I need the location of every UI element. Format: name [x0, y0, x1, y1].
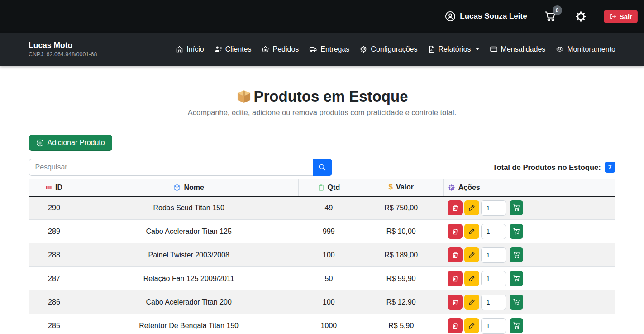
top-bar: Lucas Souza Leite 0 Sair — [0, 0, 644, 33]
logout-button[interactable]: Sair — [604, 10, 638, 23]
table-row: 288 Painel Twister 2003/2008 100 R$ 189,… — [29, 243, 615, 267]
add-to-cart-button[interactable] — [510, 271, 523, 286]
nav-item-monitoramento[interactable]: Monitoramento — [556, 45, 615, 53]
plus-circle-icon — [36, 139, 44, 147]
pencil-icon — [468, 322, 475, 329]
product-name: Rodas Scud Titan 150 — [79, 196, 299, 220]
edit-button[interactable] — [464, 200, 479, 215]
product-actions — [443, 290, 615, 314]
product-actions — [443, 267, 615, 290]
pencil-icon — [468, 275, 475, 282]
gear-icon — [575, 11, 587, 22]
product-id: 285 — [29, 314, 79, 334]
logout-label: Sair — [620, 13, 632, 20]
cart-plus-icon — [513, 228, 520, 235]
product-qty: 50 — [298, 267, 359, 290]
cart-plus-icon — [513, 275, 520, 282]
cart-plus-icon — [513, 251, 520, 259]
product-id: 288 — [29, 243, 79, 267]
delete-button[interactable] — [448, 200, 463, 215]
add-to-cart-button[interactable] — [510, 200, 523, 215]
total-products: Total de Produtos no Estoque: 7 — [493, 162, 615, 173]
delete-button[interactable] — [448, 295, 463, 310]
basket-icon — [262, 45, 269, 53]
nav-items: Início Clientes Pedidos — [176, 45, 615, 53]
trash-icon — [452, 228, 459, 235]
person-lines-icon — [215, 45, 222, 53]
cart-plus-icon — [513, 204, 520, 212]
cart-quantity-input[interactable] — [481, 200, 506, 216]
product-actions — [443, 243, 615, 267]
user-chip[interactable]: Lucas Souza Leite — [445, 11, 527, 22]
product-name: Cabo Acelerador Titan 200 — [79, 290, 299, 314]
cart-quantity-input[interactable] — [481, 295, 506, 310]
cart-quantity-input[interactable] — [481, 247, 506, 263]
edit-button[interactable] — [464, 295, 479, 310]
edit-button[interactable] — [464, 318, 479, 333]
box-arrow-right-icon — [609, 13, 616, 20]
total-count-badge: 7 — [605, 162, 615, 173]
cart-quantity-input[interactable] — [481, 224, 506, 239]
edit-button[interactable] — [464, 224, 479, 239]
search-icon — [318, 163, 326, 171]
add-to-cart-button[interactable] — [510, 224, 523, 239]
brand-name: Lucas Moto — [29, 41, 97, 50]
product-name: Retentor De Bengala Titan 150 — [79, 314, 299, 334]
person-circle-icon — [445, 11, 456, 22]
edit-button[interactable] — [464, 247, 479, 262]
product-qty: 100 — [298, 243, 359, 267]
settings-button[interactable] — [575, 11, 587, 22]
nav-item-relatorios[interactable]: Relatórios — [428, 45, 479, 53]
search-input[interactable] — [29, 159, 313, 176]
product-value: R$ 5,90 — [359, 314, 443, 334]
header-qty: Qtd — [298, 179, 359, 196]
product-actions — [443, 196, 615, 220]
barcode-icon — [46, 184, 52, 191]
cart-quantity-input[interactable] — [481, 271, 506, 286]
header-id: ID — [29, 179, 79, 196]
table-row: 290 Rodas Scud Titan 150 49 R$ 750,00 — [29, 196, 615, 220]
cart-button[interactable]: 0 — [544, 10, 556, 22]
table-row: 289 Cabo Acelerador Titan 125 999 R$ 10,… — [29, 220, 615, 243]
product-id: 290 — [29, 196, 79, 220]
eye-icon — [556, 45, 564, 53]
product-table-body: 290 Rodas Scud Titan 150 49 R$ 750,00 — [29, 196, 615, 334]
add-to-cart-button[interactable] — [510, 295, 523, 310]
report-file-icon — [428, 45, 435, 53]
pencil-icon — [468, 204, 475, 211]
trash-icon — [452, 204, 459, 212]
product-name: Cabo Acelerador Titan 125 — [79, 220, 299, 243]
product-id: 287 — [29, 267, 79, 290]
toolbar: Total de Produtos no Estoque: 7 — [29, 159, 615, 176]
product-value: R$ 750,00 — [359, 196, 443, 220]
search-button[interactable] — [313, 159, 332, 176]
nav-item-configuracoes[interactable]: Configurações — [360, 45, 417, 53]
cart-plus-icon — [513, 322, 520, 329]
add-to-cart-button[interactable] — [510, 247, 523, 262]
delete-button[interactable] — [448, 318, 463, 333]
add-to-cart-button[interactable] — [510, 318, 523, 333]
product-name: Painel Twister 2003/2008 — [79, 243, 299, 267]
brand-block[interactable]: Lucas Moto CNPJ: 62.064.948/0001-68 — [29, 41, 97, 58]
cart-quantity-input[interactable] — [481, 318, 506, 334]
credit-card-icon — [490, 45, 498, 53]
nav-item-mensalidades[interactable]: Mensalidades — [490, 45, 546, 53]
product-qty: 100 — [298, 290, 359, 314]
delete-button[interactable] — [448, 271, 463, 286]
delete-button[interactable] — [448, 247, 463, 262]
nav-item-entregas[interactable]: Entregas — [309, 45, 349, 53]
edit-button[interactable] — [464, 271, 479, 286]
product-qty: 999 — [298, 220, 359, 243]
pencil-icon — [468, 299, 475, 305]
trash-icon — [452, 252, 459, 259]
product-name: Relação Fan 125 2009/2011 — [79, 267, 299, 290]
header-name: Nome — [79, 179, 299, 196]
page-title: Produtos em Estoque — [29, 88, 615, 105]
delete-button[interactable] — [448, 224, 463, 239]
nav-item-inicio[interactable]: Início — [176, 45, 204, 53]
add-product-label: Adicionar Produto — [48, 139, 105, 147]
product-value: R$ 189,00 — [359, 243, 443, 267]
nav-item-clientes[interactable]: Clientes — [215, 45, 252, 53]
add-product-button[interactable]: Adicionar Produto — [29, 135, 112, 151]
nav-item-pedidos[interactable]: Pedidos — [262, 45, 299, 53]
